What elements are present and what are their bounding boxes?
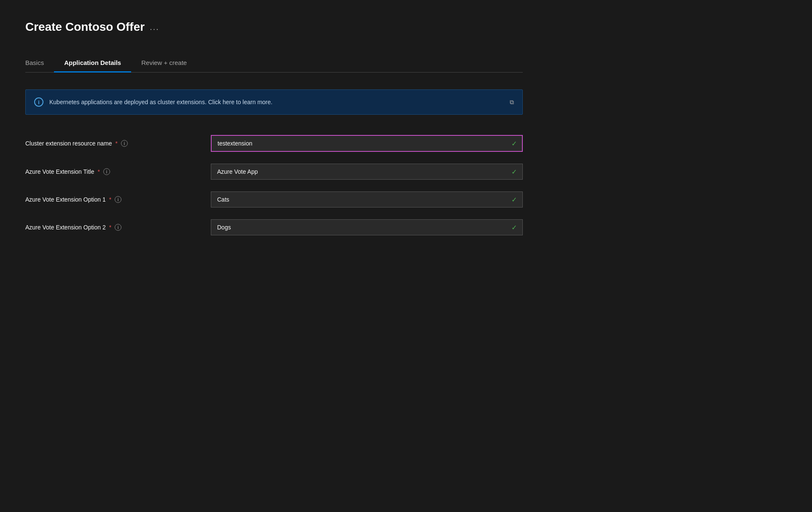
label-text-option2: Azure Vote Extension Option 2 <box>25 224 106 231</box>
tab-basics[interactable]: Basics <box>25 54 54 73</box>
info-tooltip-cluster[interactable]: i <box>121 140 128 147</box>
label-text-option1: Azure Vote Extension Option 1 <box>25 196 106 203</box>
input-container-option1: ✓ <box>211 191 523 207</box>
form-row-azure-vote-extension-title: Azure Vote Extension Title * i ✓ <box>25 164 523 180</box>
azure-vote-extension-title-input[interactable] <box>211 164 523 180</box>
azure-vote-extension-option-2-input[interactable] <box>211 219 523 235</box>
page-title: Create Contoso Offer <box>25 20 145 34</box>
info-banner-text[interactable]: Kubernetes applications are deployed as … <box>49 99 272 105</box>
form-label-azure-vote-extension-option-1: Azure Vote Extension Option 1 * i <box>25 196 202 203</box>
azure-vote-extension-option-1-input[interactable] <box>211 191 523 207</box>
input-container-title: ✓ <box>211 164 523 180</box>
form-section: Cluster extension resource name * i ✓ Az… <box>25 135 523 235</box>
info-tooltip-option1[interactable]: i <box>115 196 121 203</box>
required-star-cluster: * <box>115 140 117 147</box>
input-container-option2: ✓ <box>211 219 523 235</box>
info-tooltip-option2[interactable]: i <box>115 224 121 231</box>
page-title-ellipsis: ... <box>150 22 159 32</box>
form-label-azure-vote-extension-title: Azure Vote Extension Title * i <box>25 168 202 175</box>
form-row-azure-vote-extension-option-1: Azure Vote Extension Option 1 * i ✓ <box>25 191 523 207</box>
required-star-title: * <box>97 168 99 175</box>
label-text-cluster: Cluster extension resource name <box>25 140 112 147</box>
info-banner: i Kubernetes applications are deployed a… <box>25 89 523 115</box>
tab-review-create[interactable]: Review + create <box>131 54 197 73</box>
info-banner-icon: i <box>34 97 43 107</box>
required-star-option1: * <box>109 196 111 203</box>
info-tooltip-title[interactable]: i <box>103 168 110 175</box>
cluster-extension-resource-name-input[interactable] <box>211 135 523 152</box>
tabs-nav: Basics Application Details Review + crea… <box>25 54 523 73</box>
label-text-title: Azure Vote Extension Title <box>25 168 94 175</box>
tab-application-details[interactable]: Application Details <box>54 54 131 73</box>
expand-icon[interactable]: ⧉ <box>510 99 514 106</box>
form-label-cluster-extension-resource-name: Cluster extension resource name * i <box>25 140 202 147</box>
input-container-cluster: ✓ <box>211 135 523 152</box>
form-row-cluster-extension-resource-name: Cluster extension resource name * i ✓ <box>25 135 523 152</box>
required-star-option2: * <box>109 224 111 231</box>
form-label-azure-vote-extension-option-2: Azure Vote Extension Option 2 * i <box>25 224 202 231</box>
form-row-azure-vote-extension-option-2: Azure Vote Extension Option 2 * i ✓ <box>25 219 523 235</box>
